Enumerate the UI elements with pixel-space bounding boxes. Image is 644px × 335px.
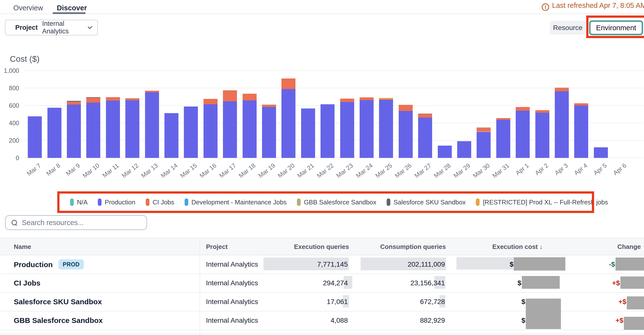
x-axis-tick-label: Mar 25 bbox=[374, 162, 394, 179]
search-icon bbox=[12, 220, 17, 225]
bar-segment[interactable] bbox=[204, 104, 218, 158]
bar-segment[interactable] bbox=[476, 127, 490, 128]
bar-segment[interactable] bbox=[48, 108, 62, 158]
column-header-project[interactable]: Project bbox=[206, 243, 228, 251]
bar-segment[interactable] bbox=[28, 116, 42, 158]
bar-segment[interactable] bbox=[555, 88, 569, 91]
bar-segment[interactable] bbox=[574, 106, 588, 158]
bar-segment[interactable] bbox=[125, 99, 139, 100]
bar-segment[interactable] bbox=[535, 110, 549, 113]
tab-overview[interactable]: Overview bbox=[13, 4, 43, 12]
execution-queries-cell: 17,061 bbox=[327, 298, 348, 306]
bar-segment[interactable] bbox=[516, 111, 530, 158]
legend-item[interactable]: CI Jobs bbox=[146, 198, 174, 206]
sort-desc-icon[interactable]: ↓ bbox=[540, 243, 543, 250]
redaction-box-execution-cost bbox=[522, 276, 560, 289]
execution-queries-cell: 7,771,145 bbox=[317, 260, 348, 268]
bar-segment[interactable] bbox=[86, 98, 100, 103]
bar-segment[interactable] bbox=[399, 111, 413, 158]
column-header-execution-cost[interactable]: Execution cost ↓ bbox=[492, 243, 543, 251]
bar-segment[interactable] bbox=[418, 114, 432, 114]
bar-segment[interactable] bbox=[184, 107, 198, 158]
highlight-band bbox=[456, 257, 514, 269]
legend-item[interactable]: [RESTRICTED] Prod XL -- Full-Refresh job… bbox=[476, 198, 608, 206]
bar-segment[interactable] bbox=[282, 89, 296, 158]
bar-segment[interactable] bbox=[67, 102, 81, 105]
bar-segment[interactable] bbox=[476, 132, 490, 158]
resource-name[interactable]: Salesforce SKU Sandbox bbox=[14, 298, 102, 306]
bar-segment[interactable] bbox=[125, 100, 139, 158]
consumption-queries-cell: 202,111,009 bbox=[408, 260, 445, 268]
bar-segment[interactable] bbox=[145, 91, 159, 92]
bar-segment[interactable] bbox=[438, 146, 452, 158]
project-filter-dropdown[interactable]: Project Internal Analytics bbox=[5, 20, 98, 36]
resource-name[interactable]: ProductionPROD bbox=[14, 259, 84, 269]
bar-segment[interactable] bbox=[282, 79, 296, 89]
bar-segment[interactable] bbox=[457, 141, 471, 158]
bar-segment[interactable] bbox=[223, 90, 237, 91]
bar-segment[interactable] bbox=[555, 91, 569, 158]
bar-segment[interactable] bbox=[496, 118, 510, 120]
column-header-name[interactable]: Name bbox=[14, 243, 31, 251]
bar-segment[interactable] bbox=[242, 100, 256, 158]
legend-item[interactable]: N/A bbox=[70, 198, 88, 206]
tab-discover[interactable]: Discover bbox=[57, 4, 87, 12]
bar-segment[interactable] bbox=[360, 97, 374, 100]
bar-segment[interactable] bbox=[164, 113, 178, 158]
bar-segment[interactable] bbox=[223, 101, 237, 158]
bar-segment[interactable] bbox=[145, 92, 159, 158]
chevron-down-icon bbox=[88, 25, 92, 29]
legend-item[interactable]: Salesforce SKU Sandbox bbox=[387, 198, 466, 206]
bar-segment[interactable] bbox=[379, 98, 393, 99]
legend-item[interactable]: Production bbox=[98, 198, 135, 206]
bar-segment[interactable] bbox=[418, 114, 432, 118]
x-axis-tick-label: Apr 2 bbox=[534, 162, 550, 177]
legend-item[interactable]: GBB Salesforce Sandbox bbox=[297, 198, 376, 206]
column-header-change[interactable]: Change bbox=[618, 243, 641, 251]
y-axis-tick-label: 800 bbox=[3, 84, 19, 92]
cost-dashboard: Overview Discover !Last refreshed Apr 7,… bbox=[0, 0, 644, 335]
bar-segment[interactable] bbox=[67, 101, 81, 102]
bar-segment[interactable] bbox=[262, 105, 276, 105]
x-axis-tick-label: Mar 15 bbox=[179, 162, 198, 179]
header-divider bbox=[0, 14, 644, 14]
project-cell: Internal Analytics bbox=[206, 316, 258, 324]
bar-segment[interactable] bbox=[379, 100, 393, 158]
bar-segment[interactable] bbox=[262, 105, 276, 107]
bar-segment[interactable] bbox=[555, 88, 569, 88]
bar-segment[interactable] bbox=[379, 99, 393, 100]
bar-segment[interactable] bbox=[67, 105, 81, 158]
bar-segment[interactable] bbox=[594, 147, 608, 158]
bar-segment[interactable] bbox=[106, 101, 120, 158]
bar-segment[interactable] bbox=[242, 94, 256, 101]
bar-segment[interactable] bbox=[574, 103, 588, 106]
bar-segment[interactable] bbox=[204, 99, 218, 104]
bar-segment[interactable] bbox=[320, 104, 334, 158]
bar-segment[interactable] bbox=[399, 105, 413, 111]
legend-item[interactable]: Development - Maintenance Jobs bbox=[184, 198, 286, 206]
bar-segment[interactable] bbox=[360, 100, 374, 158]
bar-segment[interactable] bbox=[223, 91, 237, 101]
bar-segment[interactable] bbox=[262, 107, 276, 158]
bar-segment[interactable] bbox=[340, 99, 354, 102]
resource-name[interactable]: CI Jobs bbox=[14, 279, 40, 287]
resource-name[interactable]: GBB Salesforce Sandbox bbox=[14, 316, 103, 325]
bar-segment[interactable] bbox=[476, 128, 490, 132]
x-axis-tick-label: Mar 13 bbox=[140, 162, 159, 179]
bar-segment[interactable] bbox=[399, 105, 413, 105]
bar-segment[interactable] bbox=[340, 102, 354, 158]
group-by-resource-button[interactable]: Resource bbox=[550, 21, 586, 35]
bar-segment[interactable] bbox=[301, 109, 315, 158]
bar-segment[interactable] bbox=[535, 113, 549, 158]
bar-segment[interactable] bbox=[516, 107, 530, 111]
bar-segment[interactable] bbox=[86, 97, 100, 98]
group-by-environment-button[interactable]: Environment bbox=[590, 22, 642, 34]
column-header-execution-queries[interactable]: Execution queries bbox=[294, 243, 349, 251]
bar-segment[interactable] bbox=[125, 98, 139, 99]
column-header-consumption-queries[interactable]: Consumption queries bbox=[380, 243, 446, 251]
bar-segment[interactable] bbox=[496, 120, 510, 158]
bar-segment[interactable] bbox=[86, 103, 100, 158]
bar-segment[interactable] bbox=[418, 118, 432, 158]
search-input[interactable] bbox=[22, 219, 140, 227]
bar-segment[interactable] bbox=[106, 97, 120, 101]
